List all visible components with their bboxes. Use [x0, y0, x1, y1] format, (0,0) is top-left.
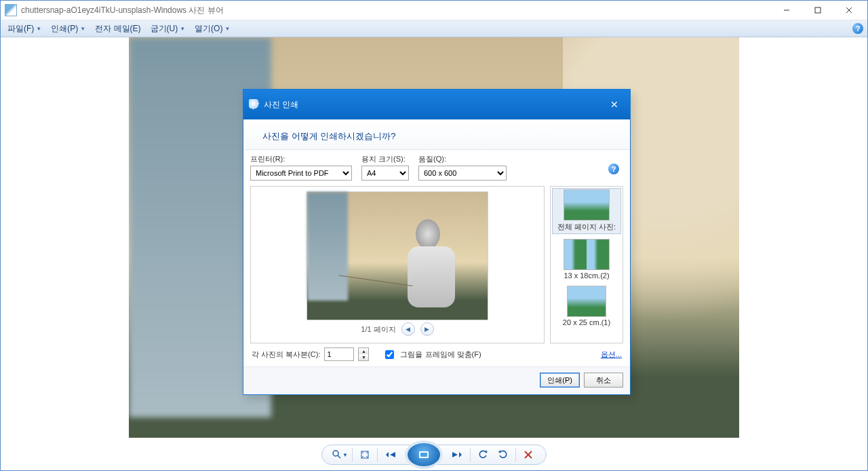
- titlebar: chuttersnap-aO1eyz4iTkU-unsplash-Windows…: [1, 1, 867, 20]
- slideshow-button[interactable]: [408, 443, 440, 466]
- dialog-help-icon[interactable]: ?: [608, 164, 619, 174]
- layout-20x25[interactable]: 20 x 25 cm.(1): [552, 285, 621, 328]
- print-dialog: 사진 인쇄 ✕ 사진을 어떻게 인쇄하시겠습니까? 프린터(R): Micros…: [243, 89, 631, 395]
- quality-label: 품질(Q):: [418, 154, 507, 164]
- close-button[interactable]: [833, 1, 865, 20]
- dialog-titlebar: 사진 인쇄 ✕: [243, 90, 630, 119]
- app-icon: [5, 4, 17, 16]
- dialog-title: 사진 인쇄: [264, 99, 298, 111]
- layout-13x18[interactable]: 13 x 18cm.(2): [552, 238, 621, 281]
- svg-marker-14: [498, 450, 500, 453]
- fit-frame-checkbox[interactable]: [385, 350, 394, 359]
- quality-select[interactable]: 600 x 600: [418, 166, 507, 181]
- fit-frame-label: 그림을 프레임에 맞춤(F): [400, 350, 481, 360]
- window-title: chuttersnap-aO1eyz4iTkU-unsplash-Windows…: [21, 5, 771, 16]
- copies-input[interactable]: [324, 347, 354, 361]
- zoom-button[interactable]: ▼: [332, 447, 348, 463]
- prev-button[interactable]: [382, 447, 402, 463]
- svg-marker-13: [486, 450, 488, 453]
- pager-text: 1/1 페이지: [361, 324, 395, 335]
- svg-marker-12: [459, 452, 462, 457]
- delete-button[interactable]: [520, 447, 536, 463]
- maximize-button[interactable]: [802, 1, 833, 20]
- svg-marker-8: [390, 452, 395, 457]
- dialog-close-button[interactable]: ✕: [604, 96, 625, 113]
- printer-label: 프린터(R):: [250, 154, 352, 164]
- printer-icon: [249, 99, 260, 110]
- layout-panel[interactable]: 전체 페이지 사진: 13 x 18cm.(2) 20 x 25 cm.(1): [550, 186, 623, 343]
- paper-label: 용지 크기(S):: [361, 154, 409, 164]
- printer-select[interactable]: Microsoft Print to PDF: [250, 166, 352, 181]
- copies-label: 각 사진의 복사본(C):: [252, 350, 320, 360]
- viewer-controls: ▼: [1, 445, 867, 465]
- menu-open[interactable]: 열기(O)▼: [191, 22, 234, 36]
- minimize-button[interactable]: [771, 1, 802, 20]
- paper-size-select[interactable]: A4: [361, 166, 409, 181]
- svg-marker-7: [386, 452, 389, 457]
- copies-spinner[interactable]: ▲▼: [358, 347, 369, 361]
- svg-rect-1: [815, 7, 821, 13]
- menubar: 파일(F)▼ 인쇄(P)▼ 전자 메일(E) 굽기(U)▼ 열기(O)▼ ?: [1, 20, 867, 37]
- cancel-button[interactable]: 취소: [584, 373, 623, 388]
- menu-burn[interactable]: 굽기(U)▼: [146, 22, 190, 36]
- menu-print[interactable]: 인쇄(P)▼: [47, 22, 90, 36]
- svg-line-5: [338, 455, 340, 458]
- preview-panel: 1/1 페이지 ◀ ▶: [250, 186, 545, 343]
- svg-marker-11: [452, 452, 458, 457]
- pager-prev-button[interactable]: ◀: [401, 322, 415, 336]
- print-button[interactable]: 인쇄(P): [540, 373, 580, 388]
- dialog-subtitle: 사진을 어떻게 인쇄하시겠습니까?: [243, 119, 630, 150]
- options-link[interactable]: 옵션...: [601, 350, 622, 360]
- pager-next-button[interactable]: ▶: [420, 322, 434, 336]
- svg-rect-10: [420, 453, 427, 457]
- rotate-ccw-button[interactable]: [475, 447, 491, 463]
- svg-point-4: [333, 451, 338, 456]
- menu-email[interactable]: 전자 메일(E): [91, 22, 144, 36]
- layout-full-page[interactable]: 전체 페이지 사진:: [552, 188, 621, 234]
- menu-file[interactable]: 파일(F)▼: [3, 22, 45, 36]
- fit-button[interactable]: [357, 447, 373, 463]
- next-button[interactable]: [446, 447, 466, 463]
- help-icon[interactable]: ?: [852, 23, 863, 34]
- preview-thumbnail: [307, 192, 488, 320]
- rotate-cw-button[interactable]: [495, 447, 511, 463]
